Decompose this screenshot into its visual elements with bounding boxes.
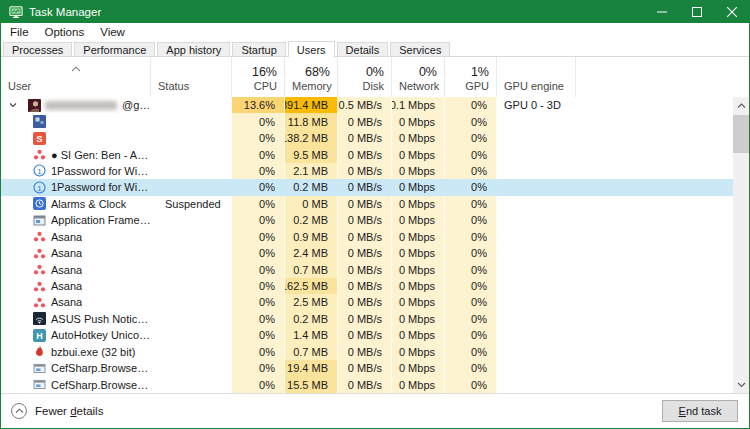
tab-app-history[interactable]: App history	[157, 42, 230, 56]
cell-filler	[576, 344, 733, 360]
cell-gpu: 0%	[445, 360, 497, 376]
scroll-down-icon[interactable]	[733, 376, 749, 393]
column-header-gpu[interactable]: 1%GPU	[445, 57, 497, 97]
cell-gpu: 0%	[445, 245, 497, 261]
table-row[interactable]: Asana0%2.5 MB0 MB/s0 Mbps0%	[1, 294, 733, 310]
table-row[interactable]: Application Frame Host0%0.2 MB0 MB/s0 Mb…	[1, 212, 733, 228]
table-row[interactable]: 0%11.8 MB0 MB/s0 Mbps0%	[1, 113, 733, 129]
cell-gpu-engine	[497, 261, 576, 277]
cell-memory: 0.2 MB	[285, 311, 338, 327]
cell-cpu: 0%	[232, 179, 285, 195]
task-manager-window: Task Manager FileOptionsView ProcessesPe…	[0, 0, 750, 429]
tab-performance[interactable]: Performance	[74, 42, 155, 56]
scrollbar-thumb[interactable]	[733, 115, 749, 153]
cell-cpu: 0%	[232, 294, 285, 310]
cell-filler	[576, 196, 733, 212]
table-row[interactable]: ASUS Push Notice Server (...0%0.2 MB0 MB…	[1, 311, 733, 327]
cell-memory: 1.4 MB	[285, 327, 338, 343]
table-row[interactable]: @gmail.com (...13.6%4,391.4 MB0.5 MB/s0.…	[1, 97, 733, 113]
cell-network: 0 Mbps	[392, 146, 445, 162]
cell-status	[151, 212, 232, 228]
table-row[interactable]: 11Password for Windows de...0%0.2 MB0 MB…	[1, 179, 733, 195]
cell-user: 11Password for Windows de...	[1, 163, 151, 179]
cell-gpu: 0%	[445, 294, 497, 310]
tab-details[interactable]: Details	[337, 42, 389, 56]
tab-services[interactable]: Services	[390, 42, 450, 56]
window-app-icon	[33, 362, 46, 375]
cell-cpu: 0%	[232, 229, 285, 245]
column-value-memory: 68%	[292, 65, 330, 80]
table-row[interactable]: CefSharp.BrowserSubproc...0%15.5 MB0 MB/…	[1, 376, 733, 392]
column-header-cpu[interactable]: 16%CPU	[232, 57, 285, 97]
column-header-memory[interactable]: 68%Memory	[285, 57, 338, 97]
menu-item-file[interactable]: File	[2, 23, 37, 41]
chevron-down-icon[interactable]	[6, 98, 20, 112]
table-row[interactable]: Asana0%0.9 MB0 MB/s0 Mbps0%	[1, 229, 733, 245]
close-icon[interactable]	[714, 1, 749, 23]
column-header-network[interactable]: 0%Network	[392, 57, 445, 97]
table-row[interactable]: Asana0%0.7 MB0 MB/s0 Mbps0%	[1, 261, 733, 277]
minimize-icon[interactable]	[644, 1, 679, 23]
cell-filler	[576, 130, 733, 146]
cell-disk: 0 MB/s	[338, 376, 392, 392]
tab-users[interactable]: Users	[288, 41, 335, 57]
cell-memory: 2.1 MB	[285, 163, 338, 179]
table-row[interactable]: 11Password for Windows de...0%2.1 MB0 MB…	[1, 163, 733, 179]
table-row[interactable]: Asana0%2.4 MB0 MB/s0 Mbps0%	[1, 245, 733, 261]
tab-startup[interactable]: Startup	[232, 42, 285, 56]
cell-cpu: 0%	[232, 327, 285, 343]
table-row[interactable]: Asana0%162.5 MB0 MB/s0 Mbps0%	[1, 278, 733, 294]
cell-status	[151, 294, 232, 310]
end-task-button[interactable]: End task	[662, 400, 738, 422]
cell-user: Asana	[1, 245, 151, 261]
cell-memory: 11.8 MB	[285, 113, 338, 129]
column-header-disk[interactable]: 0%Disk	[338, 57, 392, 97]
table-row[interactable]: ● SI Gen: Ben - Asana0%9.5 MB0 MB/s0 Mbp…	[1, 146, 733, 162]
header-filler	[576, 57, 733, 97]
cell-disk: 0 MB/s	[338, 360, 392, 376]
column-header-status[interactable]: Status	[151, 57, 232, 97]
table-row[interactable]: HAutoHotkey Unicode 64-bit0%1.4 MB0 MB/s…	[1, 327, 733, 343]
cell-disk: 0 MB/s	[338, 113, 392, 129]
cell-disk: 0 MB/s	[338, 146, 392, 162]
cell-filler	[576, 261, 733, 277]
table-row[interactable]: Alarms & ClockSuspended0%0 MB0 MB/s0 Mbp…	[1, 196, 733, 212]
process-name: Alarms & Clock	[51, 198, 126, 210]
cell-network: 0 Mbps	[392, 327, 445, 343]
cell-memory: 4,391.4 MB	[285, 97, 338, 113]
cell-status	[151, 327, 232, 343]
cell-filler	[576, 360, 733, 376]
table-row[interactable]: S0%138.2 MB0 MB/s0 Mbps0%	[1, 130, 733, 146]
cell-memory: 0.7 MB	[285, 261, 338, 277]
cell-disk: 0 MB/s	[338, 261, 392, 277]
column-header-gpu_engine[interactable]: GPU engine	[497, 57, 576, 97]
window-title: Task Manager	[29, 1, 101, 23]
cell-cpu: 0%	[232, 360, 285, 376]
column-header-user[interactable]: User	[1, 57, 151, 97]
table-row[interactable]: bzbui.exe (32 bit)0%0.7 MB0 MB/s0 Mbps0%	[1, 344, 733, 360]
cell-filler	[576, 163, 733, 179]
process-name: bzbui.exe (32 bit)	[51, 346, 135, 358]
cell-filler	[576, 327, 733, 343]
cell-disk: 0 MB/s	[338, 294, 392, 310]
tab-processes[interactable]: Processes	[3, 42, 72, 56]
cell-user: Application Frame Host	[1, 212, 151, 228]
scroll-up-icon[interactable]	[733, 97, 749, 114]
vertical-scrollbar[interactable]	[733, 97, 749, 393]
cell-disk: 0 MB/s	[338, 327, 392, 343]
cell-filler	[576, 311, 733, 327]
cell-filler	[576, 179, 733, 195]
tab-bar: ProcessesPerformanceApp historyStartupUs…	[1, 41, 749, 57]
asana-icon	[33, 296, 46, 309]
cell-gpu-engine	[497, 179, 576, 195]
fewer-details-label: Fewer details	[35, 405, 103, 417]
fewer-details-button[interactable]: Fewer details	[11, 403, 103, 419]
cell-gpu: 0%	[445, 130, 497, 146]
menu-item-options[interactable]: Options	[37, 23, 93, 41]
menu-item-view[interactable]: View	[92, 23, 133, 41]
maximize-icon[interactable]	[679, 1, 714, 23]
title-bar: Task Manager	[1, 1, 749, 23]
cell-gpu-engine	[497, 376, 576, 392]
cell-gpu-engine	[497, 113, 576, 129]
table-row[interactable]: CefSharp.BrowserSubproc...0%19.4 MB0 MB/…	[1, 360, 733, 376]
